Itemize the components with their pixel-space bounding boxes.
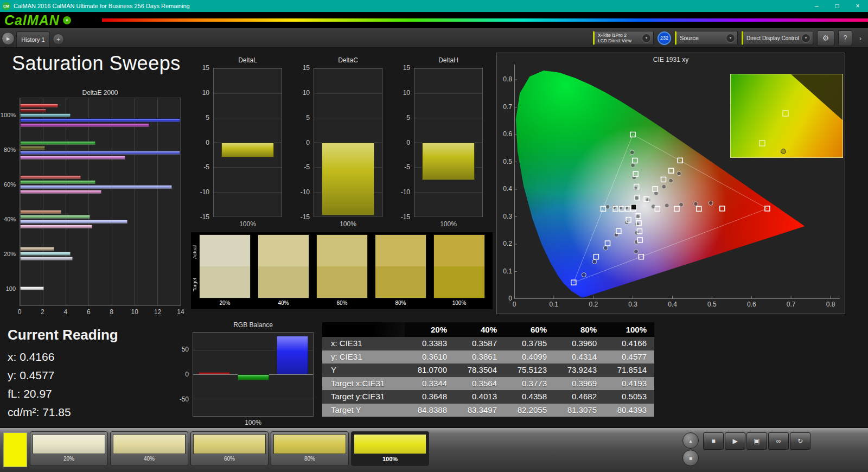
axis-label: 50: [178, 346, 190, 353]
cie-axis-label: 0.1: [550, 301, 559, 308]
refresh-icon: ↻: [797, 437, 803, 445]
deltae-tick-label: 12: [154, 308, 161, 316]
cie-axis-label: 0.3: [498, 213, 512, 220]
actual-target-swatch: 60%: [316, 234, 368, 308]
deltae-bar: [20, 210, 61, 214]
patch-button-60%[interactable]: 60%: [190, 431, 269, 466]
swatch-actual-color: [434, 235, 484, 266]
swatch-list: 20%40%60%80%100%: [199, 234, 485, 308]
deltae-bar: [20, 247, 54, 251]
cie-inset-target-point: [759, 140, 765, 146]
save-button[interactable]: ▣: [746, 432, 767, 450]
axis-label: 10: [296, 89, 311, 97]
patch-button-20%[interactable]: 20%: [30, 431, 108, 466]
table-cell: 0.3960: [554, 337, 604, 350]
deltae2000-title: DeltaE 2000: [20, 89, 181, 97]
cie-axis-label: 0.4: [668, 301, 677, 308]
deltal-xlabel: 100%: [213, 220, 282, 228]
meter-dropdown[interactable]: X-Rite i1Pro 2 LCD Direct View ▼: [593, 31, 654, 45]
table-cell: 80.4393: [604, 404, 654, 417]
deltae-bar: [20, 113, 71, 117]
deltae-bar: [20, 225, 92, 228]
table-cell: 0.4577: [604, 350, 654, 364]
table-header-cell: 20%: [405, 322, 455, 337]
table-cell: 0.5053: [604, 390, 654, 404]
maximize-button[interactable]: □: [827, 0, 847, 12]
cie-inset-target-point: [782, 110, 788, 116]
patch-button-100%[interactable]: 100%: [351, 431, 429, 466]
table-cell: 0.4013: [455, 390, 505, 404]
deltae-bar: [20, 190, 101, 194]
settings-button[interactable]: ⚙: [817, 30, 834, 46]
add-tab-button[interactable]: +: [53, 34, 64, 45]
cie-measured-point: [631, 163, 635, 168]
cie-axis-label: 0: [498, 295, 512, 302]
swatch-label: 60%: [316, 298, 368, 308]
stop-button[interactable]: ■: [703, 432, 724, 450]
table-cell: 0.4166: [604, 337, 654, 350]
collapse-toolbar-button[interactable]: ›: [856, 31, 865, 46]
tab-history-1[interactable]: History 1: [16, 31, 50, 47]
page-title: Saturation Sweeps: [12, 52, 181, 75]
gridline: [214, 192, 282, 193]
swatch-target-color: [375, 266, 426, 298]
deltae-bar: [20, 185, 172, 189]
gridline: [314, 93, 382, 94]
deltae-bar-group: [20, 271, 180, 305]
swatch-colors: [258, 234, 309, 298]
tab-bar: ▶ History 1 + X-Rite i1Pro 2 LCD Direct …: [0, 28, 868, 48]
gridline: [214, 216, 282, 217]
current-reading-heading: Current Reading: [8, 327, 118, 343]
panel-toggle-button[interactable]: ▶: [2, 32, 15, 45]
deltae-bar: [20, 257, 73, 260]
collapse-up-button[interactable]: ▴: [682, 432, 699, 449]
table-cell: 84.8388: [405, 404, 455, 417]
swatch-target-color: [434, 266, 484, 298]
deltae-bar-group: [20, 202, 180, 237]
help-icon: ?: [844, 34, 847, 42]
table-cell: 0.3969: [554, 377, 604, 391]
patch-button-40%[interactable]: 40%: [110, 431, 188, 466]
gridline: [193, 399, 313, 399]
cie-measured-point: [634, 250, 639, 254]
axis-label: 10: [195, 89, 211, 97]
gridline: [214, 68, 282, 69]
axis-label: -5: [296, 163, 311, 171]
table-cell: 0.4314: [554, 350, 604, 364]
deltae-tick-label: 14: [177, 308, 184, 316]
table-cell: 81.0700: [405, 363, 455, 377]
cie-axis-label: 0.1: [498, 267, 512, 275]
cie-zoom-inset: [730, 74, 843, 158]
continuous-button[interactable]: ∞: [768, 432, 789, 450]
deltae-axis-label: 80%: [0, 132, 18, 167]
play-button[interactable]: ▶: [725, 432, 745, 450]
title-bar: CM CalMAN 2016 CalMAN Ultimate for Busin…: [0, 0, 868, 12]
patch-button-80%[interactable]: 80%: [271, 431, 349, 466]
deltae-bar: [20, 252, 71, 256]
meter-line1: X-Rite i1Pro 2: [598, 33, 640, 38]
minimize-button[interactable]: –: [806, 0, 827, 12]
gridline: [314, 216, 382, 217]
patch-swatch: [273, 434, 346, 454]
deltac-xlabel: 100%: [314, 220, 382, 228]
swatch-colors: [199, 234, 251, 298]
table-header-cell: 60%: [505, 322, 554, 337]
cie-measured-point: [634, 240, 639, 244]
deltae-bar: [20, 146, 45, 150]
display-control-dropdown[interactable]: Direct Display Control ▼: [742, 31, 813, 45]
deltae-bar: [20, 286, 44, 290]
refresh-button[interactable]: ↻: [790, 432, 810, 450]
help-button[interactable]: ?: [838, 30, 852, 46]
patch-swatch: [193, 434, 266, 454]
source-dropdown[interactable]: Source ▼: [675, 31, 738, 45]
rgb-bar-red: [199, 372, 230, 374]
pattern-window-button[interactable]: ■: [682, 450, 699, 466]
swatch-actual-color: [200, 235, 250, 266]
cie-measured-point: [709, 201, 713, 205]
close-button[interactable]: ×: [847, 0, 868, 12]
axis-label: 15: [396, 64, 412, 72]
gear-icon: ⚙: [822, 34, 829, 42]
calman-logo-menu[interactable]: CalMAN ▼: [4, 12, 71, 28]
display-control-label: Direct Display Control: [746, 35, 799, 41]
patch-label: 20%: [33, 454, 105, 464]
